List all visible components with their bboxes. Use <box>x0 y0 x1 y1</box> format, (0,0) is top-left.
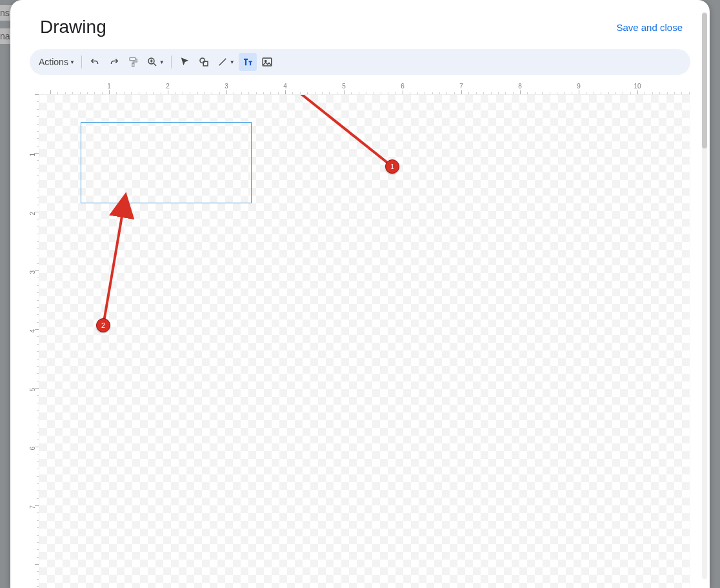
drawing-dialog: Drawing Save and close Actions ▼ ▼ <box>10 0 710 588</box>
svg-point-6 <box>200 58 205 63</box>
select-tool-button[interactable] <box>175 53 194 71</box>
vertical-ruler: 1234567 <box>22 94 39 588</box>
dropdown-caret-icon: ▼ <box>230 59 235 65</box>
dialog-scrollbar[interactable] <box>702 12 707 579</box>
scrollbar-thumb[interactable] <box>702 13 707 148</box>
undo-button[interactable] <box>86 53 104 71</box>
svg-point-10 <box>265 60 266 61</box>
dialog-header: Drawing Save and close <box>10 0 710 49</box>
svg-rect-0 <box>130 57 135 61</box>
image-tool-button[interactable] <box>258 53 276 71</box>
dialog-title: Drawing <box>40 17 106 37</box>
drawing-toolbar: Actions ▼ ▼ <box>30 49 690 75</box>
actions-menu[interactable]: Actions ▼ <box>36 53 77 71</box>
ruler-area: 12345678910 1234567 12 <box>22 83 690 588</box>
shapes-icon <box>198 56 210 68</box>
line-tool-button[interactable]: ▼ <box>214 53 237 71</box>
svg-line-8 <box>219 59 226 66</box>
paint-roller-icon <box>128 56 139 68</box>
actions-label: Actions <box>39 57 68 67</box>
save-and-close-button[interactable]: Save and close <box>610 18 689 37</box>
zoom-button[interactable]: ▼ <box>144 53 167 71</box>
toolbar-separator <box>81 56 82 68</box>
zoom-icon <box>146 56 158 68</box>
dropdown-caret-icon: ▼ <box>70 59 75 65</box>
redo-button[interactable] <box>105 53 123 71</box>
toolbar-separator <box>171 56 172 68</box>
undo-icon <box>89 56 101 68</box>
dropdown-caret-icon: ▼ <box>159 59 165 65</box>
textbox-shape[interactable] <box>81 122 252 203</box>
paint-format-button[interactable] <box>125 53 143 71</box>
svg-line-3 <box>154 63 156 66</box>
textbox-icon <box>241 56 254 68</box>
textbox-tool-button[interactable] <box>239 53 257 71</box>
image-icon <box>261 56 273 68</box>
horizontal-ruler: 12345678910 <box>39 83 690 94</box>
drawing-canvas[interactable]: 12 <box>39 94 690 588</box>
shape-tool-button[interactable] <box>195 53 213 71</box>
svg-rect-1 <box>132 63 134 66</box>
line-icon <box>217 56 228 68</box>
redo-icon <box>108 56 120 68</box>
cursor-icon <box>179 56 190 68</box>
